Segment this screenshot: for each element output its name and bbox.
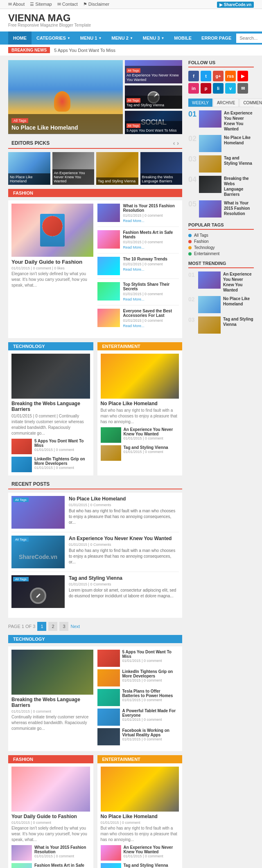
- editors-prev-btn[interactable]: ‹: [173, 140, 175, 146]
- tag-fashion[interactable]: Fashion: [188, 239, 254, 244]
- facebook-icon[interactable]: f: [188, 71, 199, 81]
- page-next[interactable]: Next: [70, 624, 80, 629]
- tab-comments[interactable]: COMMENTS: [239, 99, 262, 107]
- nav-home[interactable]: HOME: [8, 31, 32, 45]
- sitemap-link[interactable]: ☰ Sitemap: [30, 2, 52, 7]
- weekly-img-1: [199, 110, 221, 128]
- fashion-list-item-3[interactable]: The 10 Runway Trends 01/01/2015 | 0 comm…: [97, 257, 179, 279]
- hero-side-item-2[interactable]: All Tags Tag and Styling Vienna: [125, 85, 182, 109]
- ent-col-image[interactable]: [101, 354, 179, 399]
- fashion-main-image[interactable]: [11, 204, 93, 257]
- ent-col-item-1[interactable]: An Experience You Never Knew You Wanted …: [101, 427, 179, 443]
- hero-side-item-1[interactable]: All Tags An Experience You Never Knew Yo…: [125, 60, 182, 83]
- editors-item-3[interactable]: Tag and Styling Vienna: [96, 152, 138, 185]
- tech-side-img-3: [97, 689, 120, 706]
- tag-all[interactable]: All Tags: [188, 233, 254, 238]
- email-icon[interactable]: ✉: [237, 83, 248, 94]
- editors-item-1[interactable]: No Place Like Homeland: [8, 152, 50, 185]
- page-3[interactable]: 3: [59, 622, 68, 631]
- recent-item-3[interactable]: All Tags Tag and Styling Vienna 01/01/20…: [11, 575, 179, 611]
- weekly-item-3[interactable]: 03 Tag and Styling Vienna: [188, 155, 254, 173]
- search-input[interactable]: [236, 34, 262, 43]
- bottom-ent-image[interactable]: [101, 767, 179, 812]
- fashion-read-more-4[interactable]: Read More...: [123, 297, 145, 301]
- pinterest-icon[interactable]: p: [201, 83, 211, 94]
- weekly-item-5[interactable]: 05 What is Your 2015 Fashion Resolution: [188, 200, 254, 218]
- tech-col-item-1[interactable]: 5 Apps You Dont Want To Miss 01/01/2015 …: [11, 439, 90, 454]
- editors-item-4[interactable]: Breaking the Webs Language Barriers: [140, 152, 183, 185]
- tag-entertainment[interactable]: Entertainment: [188, 251, 254, 256]
- nav-categories[interactable]: CATEGORIES ▼: [32, 31, 75, 45]
- weekly-item-2[interactable]: 02 No Place Like Homeland: [188, 135, 254, 152]
- recent-item-2[interactable]: All Tags ShareCode.vn An Experience You …: [11, 536, 179, 572]
- bottom-fashion-item-1[interactable]: What is Your 2015 Fashion Resolution 01/…: [11, 845, 90, 861]
- youtube-icon[interactable]: ▶: [237, 71, 248, 81]
- vimeo-icon[interactable]: v: [225, 83, 236, 94]
- top-bar-logo: ▶ ShareCode.vn: [217, 2, 254, 7]
- instagram-icon[interactable]: in: [188, 83, 199, 94]
- trending-item-2[interactable]: 02 No Place Like Homeland: [188, 296, 254, 313]
- fashion-read-more-3[interactable]: Read More...: [123, 267, 145, 271]
- tech-side-item-1[interactable]: 5 Apps You Dont Want To Miss 01/01/2015 …: [97, 650, 179, 667]
- bottom-ent-title[interactable]: No Place Like Homeland: [101, 814, 179, 819]
- page-2[interactable]: 2: [48, 622, 57, 631]
- page-1[interactable]: 1: [37, 622, 46, 631]
- editors-next-btn[interactable]: ›: [177, 140, 179, 146]
- trending-item-3[interactable]: 03 Tag and Styling Vienna: [188, 316, 254, 334]
- fashion-list-item-5[interactable]: Everyone Saved the Best Accessories For …: [97, 309, 179, 332]
- weekly-item-1[interactable]: 01 An Experience You Never Knew You Want…: [188, 110, 254, 132]
- bottom-ent-item-1[interactable]: An Experience You Never Knew You Wanted …: [101, 845, 179, 861]
- nav-error[interactable]: ERROR PAGE: [196, 31, 236, 45]
- trending-list: 01 An Experience You Never Knew You Want…: [188, 271, 254, 334]
- fashion-main-title[interactable]: Your Daily Guide to Fashion: [11, 259, 93, 265]
- fashion-list-content-4: Top Stylists Share Their Secrets 01/01/2…: [123, 282, 179, 302]
- bottom-ent-item-2[interactable]: Tag and Styling Vienna 01/01/2015 | 0 co…: [101, 863, 179, 868]
- hero-main[interactable]: All Tags No Place Like Homeland: [8, 60, 123, 134]
- tag-technology[interactable]: Technology: [188, 245, 254, 250]
- hero-section: All Tags No Place Like Homeland All Tags…: [8, 60, 182, 134]
- nav-menu3[interactable]: MENU 3 ▼: [138, 31, 169, 45]
- disclaimer-link[interactable]: ⚑ Disclaimer: [83, 2, 109, 7]
- tech-side-item-3[interactable]: Tesla Plans to Offer Batteries to Power …: [97, 689, 179, 706]
- trending-item-1[interactable]: 01 An Experience You Never Knew You Want…: [188, 271, 254, 293]
- tab-weekly[interactable]: WEEKLY: [188, 99, 212, 107]
- about-link[interactable]: ✉ About: [8, 2, 25, 7]
- editors-picks-header: EDITORS PICKS ‹ ›: [8, 138, 182, 149]
- ent-col-title[interactable]: No Place Like Homeland: [101, 401, 179, 406]
- fashion-read-more-2[interactable]: Read More...: [123, 245, 145, 249]
- tech-col-title[interactable]: Breaking the Webs Language Barriers: [11, 401, 90, 412]
- googleplus-icon[interactable]: g+: [213, 71, 224, 81]
- bottom-fashion-item-2[interactable]: Fashion Meets Art in Safe Hands 01/01/20…: [11, 863, 90, 868]
- tech-side-item-2[interactable]: LinkedIn Tightens Grip on More Developer…: [97, 669, 179, 686]
- bottom-fashion-image[interactable]: [11, 767, 90, 812]
- fashion-read-more-5[interactable]: Read More...: [123, 324, 145, 328]
- recent-item-1[interactable]: All Tags No Place Like Homeland 01/01/20…: [11, 496, 179, 532]
- bottom-fashion-title[interactable]: Your Daily Guide to Fashion: [11, 814, 90, 819]
- linkedin-icon[interactable]: li: [213, 83, 224, 94]
- nav-menu2[interactable]: MENU 2 ▼: [106, 31, 138, 45]
- contact-link[interactable]: ✉ Contact: [57, 2, 78, 7]
- nav-menu1[interactable]: MENU 1 ▼: [75, 31, 106, 45]
- fashion-list-item-4[interactable]: Top Stylists Share Their Secrets 01/01/2…: [97, 282, 179, 305]
- rss-icon[interactable]: rss: [225, 71, 236, 81]
- fashion-list-item-1[interactable]: What is Your 2015 Fashion Resolution 01/…: [97, 204, 179, 227]
- tech-side-item-5[interactable]: Facebook is Working on Virtual Reality A…: [97, 728, 179, 745]
- tech-side-img-5: [97, 728, 120, 745]
- nav-mobile[interactable]: MOBILE: [169, 31, 196, 45]
- tech-main-image[interactable]: [11, 650, 93, 695]
- editors-item-2[interactable]: An Experience You Never Knew You Wanted: [52, 152, 95, 185]
- tab-archive[interactable]: ARCHIVE: [213, 99, 239, 107]
- ent-list-title-2: Tag and Styling Vienna: [124, 445, 168, 450]
- ent-col-item-2[interactable]: Tag and Styling Vienna 01/01/2015 | 0 co…: [101, 445, 179, 461]
- tech-col-item-2[interactable]: LinkedIn Tightens Grip on More Developer…: [11, 457, 90, 472]
- twitter-icon[interactable]: t: [201, 71, 211, 81]
- tech-side-item-4[interactable]: A Powerful Tablet Made For Everyone 01/0…: [97, 709, 179, 726]
- recent-content-1: No Place Like Homeland 01/01/2015 | 0 Co…: [69, 496, 179, 529]
- fashion-read-more-1[interactable]: Read More...: [123, 219, 145, 223]
- weekly-item-4[interactable]: 04 Breaking the Webs Language Barriers: [188, 176, 254, 197]
- fashion-list-item-2[interactable]: Fashion Meets Art in Safe Hands 01/01/20…: [97, 230, 179, 253]
- tech-block-title[interactable]: Breaking the Webs Language Barriers: [11, 697, 93, 708]
- tech-col-image[interactable]: [11, 354, 90, 399]
- fashion-main: Your Daily Guide to Fashion 01/01/2015 |…: [11, 204, 93, 335]
- hero-side-item-3[interactable]: SOCIAL All Tags 5 Apps You Dont Want To …: [125, 111, 182, 134]
